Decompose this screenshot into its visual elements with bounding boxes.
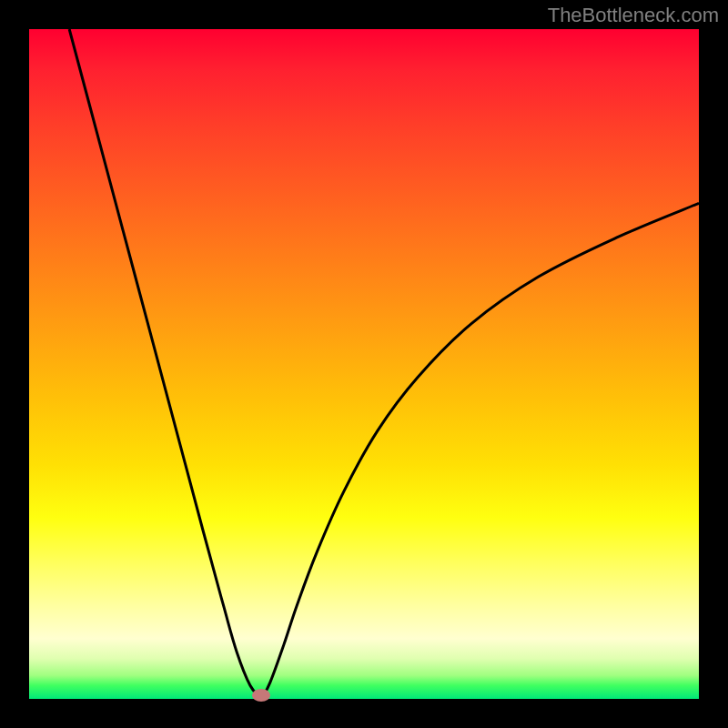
bottleneck-curve-right <box>261 203 699 699</box>
bottleneck-curve-left <box>69 29 261 699</box>
chart-plot-area <box>29 29 699 699</box>
attribution-text: TheBottleneck.com <box>548 4 719 27</box>
chart-curve-svg <box>29 29 699 699</box>
minimum-marker <box>252 689 270 702</box>
